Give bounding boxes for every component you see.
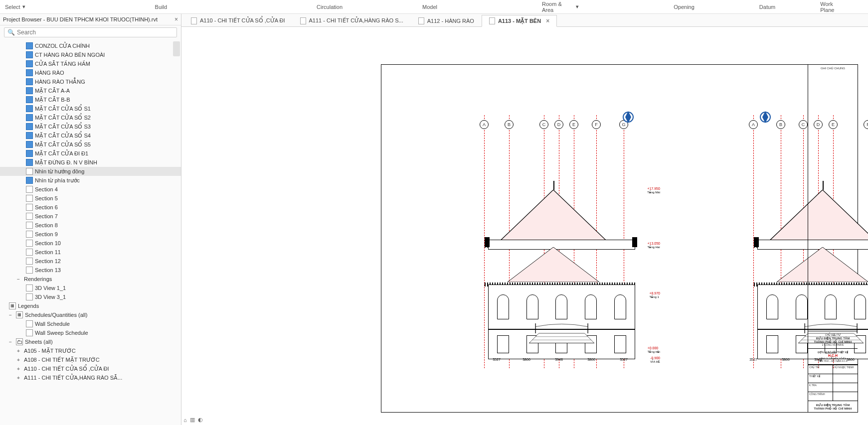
level-label[interactable]: +17.950Tầng Mái: [647, 187, 660, 194]
tree-item-schedule[interactable]: Wall Sweep Schedule: [0, 328, 181, 337]
view-tab[interactable]: A111 - CHI TIẾT CỬA,HÀNG RÀO S...: [293, 14, 411, 26]
search-input[interactable]: [17, 29, 174, 36]
tree-item-sheet[interactable]: +A108 - CHI TIẾT MẶT TRƯỚC: [0, 355, 181, 364]
tree-item-view[interactable]: MẶT CẮT CỬA SỔ S1: [0, 104, 181, 113]
tree-item-view[interactable]: Section 4: [0, 185, 181, 194]
dimension-text[interactable]: 3527: [620, 358, 628, 361]
tree-node-renderings[interactable]: − Renderings: [0, 275, 181, 283]
tree-item-view[interactable]: Section 11: [0, 248, 181, 257]
expand-icon[interactable]: +: [17, 357, 23, 363]
tree-item-view[interactable]: MẶT CẮT CỬA SỔ S4: [0, 131, 181, 140]
tree-item-rendering[interactable]: 3D View 3_1: [0, 292, 181, 301]
dimension-text[interactable]: 3527: [493, 358, 501, 361]
scrollbar-thumb[interactable]: [173, 41, 180, 56]
ribbon-build[interactable]: Build: [45, 4, 187, 10]
ribbon-model[interactable]: Model: [362, 4, 457, 10]
collapse-icon[interactable]: −: [9, 339, 15, 345]
drawing-viewport[interactable]: ABCDEFG +17.950Tầng Mái+13.050Tầng Hai+8…: [181, 27, 868, 425]
level-label[interactable]: -0.900VỈA HÈ: [650, 356, 660, 363]
ribbon-datum[interactable]: Datum: [714, 4, 795, 10]
tree-item-sheet[interactable]: +A105 - MẶT TRƯỚC: [0, 346, 181, 355]
view-tab[interactable]: A112 - HÀNG RÀO: [411, 14, 482, 26]
ribbon-opening[interactable]: Opening: [599, 4, 714, 10]
tree-item-view[interactable]: Section 8: [0, 221, 181, 230]
tree-item-label: HÀNG RÀO THẲNG: [35, 79, 85, 85]
project-browser-tree[interactable]: CONZOL CỬA CHÍNHCT HÀNG RÀO BÊN NGOÀICỬA…: [0, 39, 181, 425]
expand-icon[interactable]: +: [17, 375, 23, 381]
grid-bubble[interactable]: C: [539, 120, 548, 129]
expand-icon[interactable]: +: [17, 348, 23, 354]
tree-item-view[interactable]: Section 5: [0, 194, 181, 203]
tree-item-view[interactable]: Section 10: [0, 239, 181, 248]
view-tab[interactable]: A113 - MẶT BÊN×: [482, 15, 557, 27]
expand-icon[interactable]: +: [17, 366, 23, 372]
tree-item-view[interactable]: HÀNG RÀO THẲNG: [0, 77, 181, 86]
level-label[interactable]: +0.000Tầng trệt: [648, 346, 660, 353]
tree-item-view[interactable]: MẶT CẮT CỬA ĐI Đ1: [0, 149, 181, 158]
tree-item-view[interactable]: Nhìn từ phía trước: [0, 176, 181, 185]
dimension-text[interactable]: 3948: [555, 358, 563, 361]
tree-item-view[interactable]: MẶT CẮT CỬA SỔ S3: [0, 122, 181, 131]
section-marker[interactable]: [621, 110, 635, 124]
ribbon-select[interactable]: Select▾: [0, 3, 45, 10]
search-box[interactable]: 🔍: [4, 27, 177, 37]
scale-control[interactable]: ⌂: [183, 417, 187, 423]
tree-label: Renderings: [24, 276, 52, 282]
view-control-bar[interactable]: ⌂ ▥ ◐: [183, 417, 203, 423]
dimension-text[interactable]: 3866: [782, 358, 790, 361]
tree-item-view[interactable]: HÀNG RÀO: [0, 68, 181, 77]
tree-item-view[interactable]: MẶT CẮT B-B: [0, 95, 181, 104]
arched-window: [555, 294, 567, 319]
dimension-text[interactable]: 3866: [522, 358, 530, 361]
grid-bubble[interactable]: F: [864, 120, 868, 129]
dimension-text[interactable]: 3527: [749, 358, 757, 361]
tree-item-view[interactable]: Section 7: [0, 212, 181, 221]
section-marker[interactable]: [758, 110, 772, 124]
tree-item-label: Section 9: [35, 231, 58, 237]
grid-bubble[interactable]: B: [505, 120, 514, 129]
tree-item-rendering[interactable]: 3D View 1_1: [0, 283, 181, 292]
ribbon-work-plane[interactable]: Work Plane: [795, 1, 868, 13]
tree-item-view[interactable]: MẶT ĐỨNG Đ. N V BÌNH: [0, 158, 181, 167]
tree-item-view[interactable]: MẶT CẮT A-A: [0, 86, 181, 95]
tree-item-view[interactable]: Section 9: [0, 230, 181, 239]
grid-bubble[interactable]: F: [592, 120, 601, 129]
elevation-view-east[interactable]: ABCDEFG +17.950Tầng Mái+13.050Tầng Hai+8…: [431, 115, 641, 369]
close-icon[interactable]: ×: [546, 17, 549, 24]
tree-node-sheets[interactable]: − 🗀 Sheets (all): [0, 337, 181, 346]
grid-bubble[interactable]: C: [799, 120, 808, 129]
tree-item-view[interactable]: MẶT CẮT CỬA SỔ S2: [0, 113, 181, 122]
tb-cell: THIẾT KẾ: [808, 374, 833, 383]
ribbon-room-area[interactable]: Room & Area▾: [457, 1, 599, 13]
tb-firm-addr: CÔNG TY CỔ PHẦN TƯ VẤN KIẾN TRÚC - XÂY D…: [810, 357, 856, 362]
grid-bubble[interactable]: D: [554, 120, 563, 129]
tree-item-view[interactable]: Section 13: [0, 266, 181, 275]
tree-item-view[interactable]: CT HÀNG RÀO BÊN NGOÀI: [0, 50, 181, 59]
tree-item-view[interactable]: Section 6: [0, 203, 181, 212]
tree-item-view[interactable]: CONZOL CỬA CHÍNH: [0, 41, 181, 50]
level-label[interactable]: +13.050Tầng Hai: [648, 242, 661, 249]
ribbon-circulation[interactable]: Circulation: [187, 4, 362, 10]
visual-style-control[interactable]: ◐: [198, 417, 203, 423]
section-view-icon: [26, 141, 33, 148]
tree-item-sheet[interactable]: +A111 - CHI TIẾT CỬA,HÀNG RÀO SẮ...: [0, 373, 181, 382]
detail-level-control[interactable]: ▥: [190, 417, 195, 423]
tree-item-sheet[interactable]: +A110 - CHI TIẾT CỬA SỔ ,CỬA ĐI: [0, 364, 181, 373]
grid-bubble[interactable]: A: [749, 120, 758, 129]
grid-bubble[interactable]: E: [569, 120, 578, 129]
view-tab[interactable]: A110 - CHI TIẾT CỬA SỔ ,CỬA ĐI: [183, 14, 293, 26]
grid-bubble[interactable]: A: [480, 120, 489, 129]
tree-item-view[interactable]: CỬA SẮT TẦNG HẦM: [0, 59, 181, 68]
collapse-icon[interactable]: −: [9, 312, 15, 318]
tree-item-schedule[interactable]: Wall Schedule: [0, 319, 181, 328]
tree-item-view[interactable]: Section 12: [0, 257, 181, 266]
tree-item-view[interactable]: MẶT CẮT CỬA SỔ S5: [0, 140, 181, 149]
close-icon[interactable]: ×: [174, 16, 178, 23]
tree-node-legends[interactable]: ▦ Legends: [0, 301, 181, 310]
tree-node-schedules[interactable]: − ▦ Schedules/Quantities (all): [0, 310, 181, 319]
grid-bubble[interactable]: B: [776, 120, 785, 129]
tree-item-view[interactable]: Nhìn từ hướng đông: [0, 167, 181, 176]
dimension-text[interactable]: 3866: [587, 358, 595, 361]
collapse-icon[interactable]: −: [17, 277, 23, 282]
level-label[interactable]: +8.970Tầng 1: [649, 291, 660, 298]
